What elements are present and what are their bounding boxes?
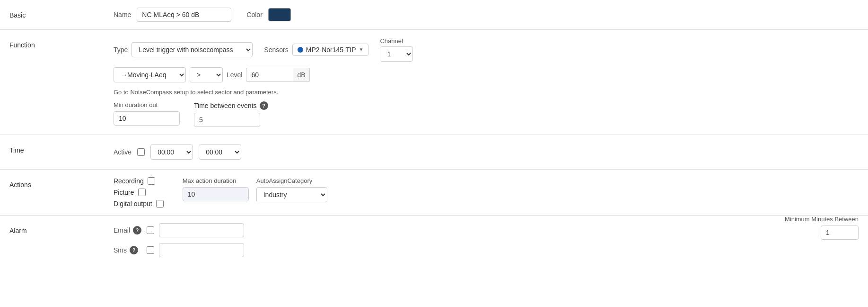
- recording-checkbox[interactable]: [148, 177, 155, 185]
- actions-label: Actions: [0, 170, 104, 215]
- basic-content: Name Color: [104, 0, 868, 29]
- digital-output-label: Digital output: [114, 200, 152, 208]
- picture-checkbox[interactable]: [138, 189, 146, 196]
- time-to-select[interactable]: 00:0001:0002:00 03:0004:0005:00 06:0007:…: [199, 144, 241, 160]
- function-content: Type Level trigger with noisecompass Sen…: [104, 30, 868, 135]
- basic-row: Name Color: [114, 8, 859, 22]
- min-minutes-input[interactable]: [821, 226, 859, 240]
- time-between-field: Time between events ?: [194, 101, 268, 127]
- email-help-icon[interactable]: ?: [133, 226, 141, 235]
- duration-row: Min duration out Time between events ?: [114, 101, 268, 127]
- time-label: Time: [0, 135, 104, 169]
- alarm-label: Alarm: [0, 216, 104, 265]
- function-label: Function: [0, 30, 104, 135]
- min-duration-field: Min duration out: [114, 101, 180, 126]
- alarm-content: Email ? Sms ?: [104, 216, 785, 265]
- min-minutes-section: Minimum Minutes Between: [785, 216, 868, 265]
- email-label: Email ?: [114, 226, 142, 235]
- level-input[interactable]: [246, 68, 293, 82]
- time-content: Active 00:0001:0002:00 03:0004:0005:00 0…: [104, 135, 868, 169]
- time-between-label-row: Time between events ?: [194, 101, 268, 110]
- min-minutes-label: Minimum Minutes Between: [785, 216, 859, 223]
- time-from-select[interactable]: 00:0001:0002:00 03:0004:0005:00 06:0007:…: [150, 144, 193, 160]
- type-label: Type: [114, 46, 128, 54]
- digital-output-row: Digital output: [114, 200, 164, 208]
- sensor-dot: [298, 47, 303, 53]
- sensor-chevron[interactable]: ▼: [359, 47, 364, 52]
- channel-group: Channel 1 2 3 4: [380, 37, 413, 62]
- basic-section: Basic Name Color: [0, 0, 868, 30]
- actions-content: Recording Picture Digital output Max act…: [104, 170, 868, 215]
- digital-output-checkbox[interactable]: [156, 200, 164, 208]
- sms-row: Sms ?: [114, 243, 244, 257]
- sms-input[interactable]: [159, 243, 244, 257]
- time-between-input[interactable]: [194, 113, 260, 127]
- time-between-label: Time between events: [194, 102, 257, 109]
- channel-label: Channel: [380, 37, 413, 45]
- level-input-group: dB: [246, 68, 309, 82]
- sms-label: Sms ?: [114, 246, 142, 254]
- function-row1: Type Level trigger with noisecompass Sen…: [114, 37, 413, 62]
- channel-select[interactable]: 1 2 3 4: [380, 46, 413, 62]
- max-action-label: Max action duration: [183, 177, 249, 184]
- sms-checkbox[interactable]: [147, 246, 154, 254]
- min-duration-label: Min duration out: [114, 101, 180, 108]
- actions-right-inner: Max action duration AutoAssignCategory I…: [183, 177, 327, 202]
- type-select[interactable]: Level trigger with noisecompass: [132, 42, 253, 57]
- email-input[interactable]: [159, 223, 244, 237]
- max-action-group: Max action duration: [183, 177, 249, 201]
- active-label: Active: [114, 148, 132, 156]
- level-label: Level: [227, 71, 242, 79]
- comparator-select[interactable]: > >= < <=: [190, 67, 223, 82]
- color-swatch[interactable]: [268, 8, 291, 21]
- info-text: Go to NoiseCompass setup to select secto…: [114, 88, 278, 96]
- active-checkbox[interactable]: [137, 148, 145, 156]
- function-section: Function Type Level trigger with noiseco…: [0, 30, 868, 135]
- actions-left: Recording Picture Digital output: [114, 177, 164, 208]
- time-section: Time Active 00:0001:0002:00 03:0004:0005…: [0, 135, 868, 170]
- time-between-help-icon[interactable]: ?: [260, 101, 268, 110]
- basic-label: Basic: [0, 0, 104, 29]
- name-input[interactable]: [137, 8, 231, 22]
- email-row: Email ?: [114, 223, 244, 237]
- alarm-section: Alarm Email ? Sms ? Minimum Minutes Betw…: [0, 216, 868, 265]
- email-checkbox[interactable]: [147, 226, 154, 234]
- metric-select[interactable]: →Moving-LAeq LAeq LCeq: [114, 67, 186, 82]
- auto-assign-group: AutoAssignCategory Industry Construction…: [256, 177, 327, 202]
- name-label: Name: [114, 11, 131, 18]
- color-label: Color: [246, 11, 262, 18]
- sensor-name: MP2-Nor145-TIP: [306, 46, 356, 54]
- sensors-label: Sensors: [264, 46, 288, 54]
- sms-help-icon[interactable]: ?: [130, 246, 138, 254]
- level-unit: dB: [293, 68, 309, 82]
- function-row2: →Moving-LAeq LAeq LCeq > >= < <= Level d…: [114, 67, 310, 82]
- recording-row: Recording: [114, 177, 164, 185]
- max-action-input[interactable]: [183, 187, 249, 201]
- recording-label: Recording: [114, 177, 144, 185]
- actions-right: Max action duration AutoAssignCategory I…: [183, 177, 327, 202]
- auto-assign-label: AutoAssignCategory: [256, 177, 327, 184]
- auto-assign-select[interactable]: Industry Construction Traffic Other: [256, 187, 327, 202]
- min-duration-input[interactable]: [114, 111, 180, 126]
- actions-section: Actions Recording Picture Digital output…: [0, 170, 868, 216]
- picture-row: Picture: [114, 189, 164, 196]
- picture-label: Picture: [114, 189, 134, 196]
